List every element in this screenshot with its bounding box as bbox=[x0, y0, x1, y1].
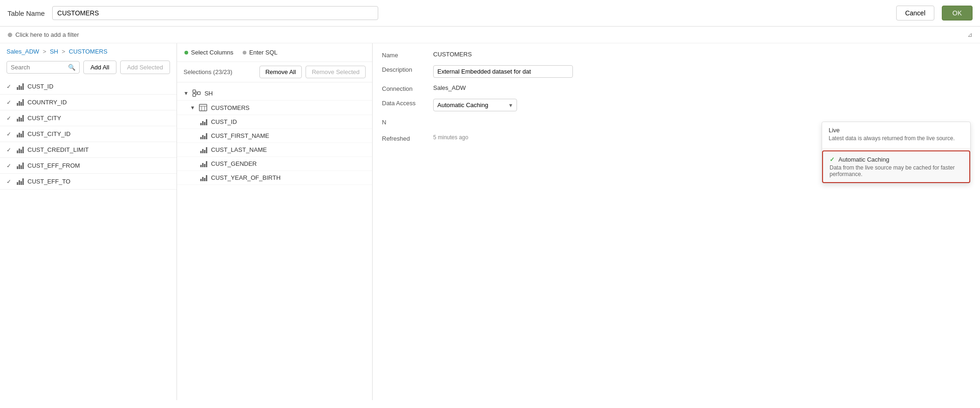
list-item[interactable]: ✓ CUST_ID bbox=[0, 79, 177, 95]
column-type-icon bbox=[17, 163, 24, 169]
breadcrumb-sh[interactable]: SH bbox=[50, 48, 58, 55]
dropdown-live-label: Live bbox=[829, 127, 840, 134]
svg-rect-2 bbox=[197, 92, 200, 95]
check-icon: ✓ bbox=[7, 115, 13, 122]
check-icon: ✓ bbox=[7, 163, 13, 169]
column-name: CUST_CITY_ID bbox=[27, 130, 70, 137]
data-access-dropdown: Live Latest data is always returned from… bbox=[822, 122, 971, 184]
check-icon: ✓ bbox=[7, 147, 13, 153]
add-filter-label: Click here to add a filter bbox=[15, 31, 79, 38]
selections-label: Selections (23/23) bbox=[184, 68, 232, 75]
data-access-select-wrapper: Automatic Caching Live ▼ bbox=[433, 99, 517, 111]
add-all-button[interactable]: Add All bbox=[83, 61, 116, 74]
tab-select-columns[interactable]: Select Columns bbox=[184, 49, 233, 56]
list-item[interactable]: ✓ COUNTRY_ID bbox=[0, 95, 177, 110]
column-name: COUNTRY_ID bbox=[27, 99, 67, 106]
name-row: Name CUSTOMERS bbox=[382, 51, 971, 59]
data-access-select[interactable]: Automatic Caching Live bbox=[433, 99, 517, 111]
column-type-icon bbox=[200, 119, 207, 125]
tab-active-dot bbox=[184, 51, 188, 54]
tree-column-name: CUST_GENDER bbox=[211, 160, 257, 167]
remove-all-button[interactable]: Remove All bbox=[259, 66, 302, 78]
description-input[interactable] bbox=[433, 65, 573, 78]
breadcrumb-sep-2: > bbox=[62, 48, 67, 55]
middle-panel: Select Columns Enter SQL Selections (23/… bbox=[177, 43, 373, 400]
tree-table-item[interactable]: ▼ CUSTOMERS bbox=[177, 101, 372, 115]
tree-column-name: CUST_LAST_NAME bbox=[211, 146, 267, 153]
column-type-icon bbox=[17, 147, 24, 153]
check-icon: ✓ bbox=[7, 131, 13, 137]
column-list: ✓ CUST_ID ✓ COUNTRY_ID ✓ CUST_CITY bbox=[0, 79, 177, 400]
notes-label: N bbox=[382, 118, 429, 126]
selections-header: Selections (23/23) Remove All Remove Sel… bbox=[177, 62, 372, 82]
tab-select-columns-label: Select Columns bbox=[191, 49, 233, 56]
column-name: CUST_CREDIT_LIMIT bbox=[27, 146, 88, 153]
tree-column-item[interactable]: CUST_LAST_NAME bbox=[177, 143, 372, 157]
main-content: Sales_ADW > SH > CUSTOMERS 🔍 Add All Add… bbox=[0, 43, 980, 400]
data-access-row: Data Access Automatic Caching Live ▼ bbox=[382, 99, 971, 111]
dropdown-item-automatic-caching[interactable]: ✓ Automatic Caching Data from the live s… bbox=[822, 150, 970, 183]
dialog-header: Table Name Cancel OK bbox=[0, 0, 980, 27]
tree-column-name: CUST_ID bbox=[211, 118, 237, 125]
refreshed-label: Refreshed bbox=[382, 134, 429, 142]
breadcrumb-customers[interactable]: CUSTOMERS bbox=[69, 48, 108, 55]
tree-table-arrow: ▼ bbox=[190, 105, 195, 110]
search-icon: 🔍 bbox=[68, 64, 75, 71]
tab-enter-sql[interactable]: Enter SQL bbox=[243, 49, 278, 56]
tree-column-item[interactable]: CUST_ID bbox=[177, 115, 372, 129]
table-name-label: Table Name bbox=[7, 9, 45, 17]
tree-column-item[interactable]: CUST_YEAR_OF_BIRTH bbox=[177, 171, 372, 185]
list-item[interactable]: ✓ CUST_CREDIT_LIMIT bbox=[0, 142, 177, 158]
breadcrumb-sales-adw[interactable]: Sales_ADW bbox=[7, 48, 39, 55]
column-name: CUST_CITY bbox=[27, 115, 61, 122]
tree-column-name: CUST_FIRST_NAME bbox=[211, 132, 269, 139]
column-type-icon bbox=[17, 115, 24, 122]
connection-row: Connection Sales_ADW bbox=[382, 84, 971, 92]
column-name: CUST_EFF_FROM bbox=[27, 162, 80, 169]
name-label: Name bbox=[382, 51, 429, 59]
tab-inactive-dot bbox=[243, 51, 246, 54]
column-type-icon bbox=[17, 178, 24, 185]
description-label: Description bbox=[382, 65, 429, 73]
tree-column-item[interactable]: CUST_GENDER bbox=[177, 157, 372, 171]
list-item[interactable]: ✓ CUST_CITY_ID bbox=[0, 126, 177, 142]
tree-collapse-arrow: ▼ bbox=[184, 90, 189, 96]
tree-column-name: CUST_YEAR_OF_BIRTH bbox=[211, 174, 280, 181]
check-icon: ✓ bbox=[7, 99, 13, 106]
schema-icon bbox=[192, 89, 201, 97]
tree-list: ▼ SH ▼ bbox=[177, 82, 372, 400]
search-input[interactable] bbox=[11, 64, 65, 71]
list-item[interactable]: ✓ CUST_CITY bbox=[0, 110, 177, 126]
column-type-icon bbox=[200, 133, 207, 139]
ok-button[interactable]: OK bbox=[942, 6, 973, 20]
tab-enter-sql-label: Enter SQL bbox=[249, 49, 278, 56]
check-icon: ✓ bbox=[7, 178, 13, 185]
column-type-icon bbox=[17, 99, 24, 106]
add-filter-button[interactable]: ⊕ Click here to add a filter bbox=[7, 31, 79, 38]
column-name: CUST_EFF_TO bbox=[27, 178, 70, 185]
dropdown-caching-desc: Data from the live source may be cached … bbox=[830, 164, 963, 177]
dropdown-caching-label: Automatic Caching bbox=[838, 156, 889, 163]
svg-rect-1 bbox=[193, 94, 196, 96]
add-selected-button[interactable]: Add Selected bbox=[120, 61, 170, 74]
remove-selected-button[interactable]: Remove Selected bbox=[306, 66, 366, 78]
refreshed-value: 5 minutes ago bbox=[433, 134, 468, 142]
tree-schema-item[interactable]: ▼ SH bbox=[177, 86, 372, 101]
description-row: Description bbox=[382, 65, 971, 78]
column-type-icon bbox=[200, 161, 207, 167]
connection-label: Connection bbox=[382, 84, 429, 92]
list-item[interactable]: ✓ CUST_EFF_FROM bbox=[0, 158, 177, 174]
dropdown-live-desc: Latest data is always returned from the … bbox=[829, 135, 964, 142]
left-panel: Sales_ADW > SH > CUSTOMERS 🔍 Add All Add… bbox=[0, 43, 177, 400]
search-box: 🔍 bbox=[7, 61, 80, 74]
breadcrumb-sep-1: > bbox=[43, 48, 48, 55]
tree-column-item[interactable]: CUST_FIRST_NAME bbox=[177, 129, 372, 143]
table-name-input[interactable] bbox=[52, 6, 378, 20]
list-item[interactable]: ✓ CUST_EFF_TO bbox=[0, 174, 177, 190]
dropdown-divider bbox=[822, 148, 970, 149]
tab-bar: Select Columns Enter SQL bbox=[177, 43, 372, 62]
cancel-button[interactable]: Cancel bbox=[896, 6, 934, 20]
data-access-label: Data Access bbox=[382, 99, 429, 107]
dropdown-item-live[interactable]: Live Latest data is always returned from… bbox=[822, 122, 970, 146]
table-icon bbox=[199, 104, 207, 111]
